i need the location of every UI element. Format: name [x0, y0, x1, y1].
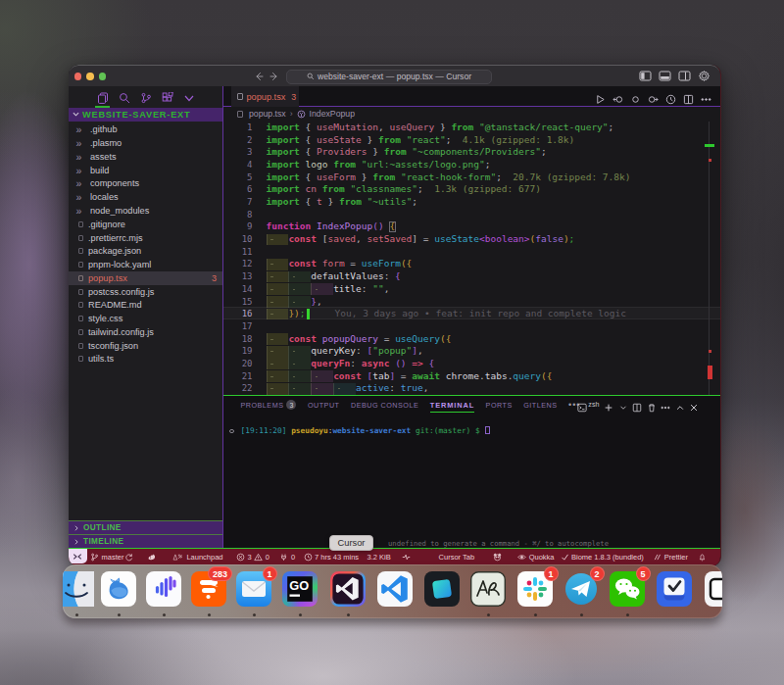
back-icon[interactable] [252, 70, 266, 83]
status-paw[interactable] [147, 549, 156, 565]
dock-whiteboard-app[interactable] [470, 571, 506, 607]
panel-tab-gitlens[interactable]: GITLENS [523, 401, 557, 410]
panel-tab-output[interactable]: OUTPUT [308, 401, 340, 410]
activity-explorer-icon[interactable] [96, 91, 109, 106]
run-icon[interactable] [595, 91, 606, 102]
launchpad-icon [172, 553, 184, 562]
status-git-branch[interactable]: master [90, 549, 123, 565]
outline-label: OUTLINE [83, 523, 122, 532]
zoom-button[interactable] [99, 73, 107, 80]
dock-fox-app[interactable] [101, 571, 136, 607]
tree-item-style-css[interactable]: style.css [69, 312, 222, 325]
tab-popup-tsx[interactable]: popup.tsx 3 [231, 86, 299, 107]
tree-item-package-json[interactable]: package.json [69, 244, 222, 258]
prev-change-icon[interactable] [612, 91, 623, 102]
tree-item-postcss-config-js[interactable]: postcss.config.js [69, 285, 222, 299]
code-editor[interactable]: 1import { useMutation, useQuery } from "… [223, 122, 720, 395]
forward-icon[interactable] [268, 70, 281, 83]
dock-cursor[interactable] [330, 571, 366, 607]
status-bell[interactable] [698, 549, 707, 565]
tree-item-popup-tsx[interactable]: popup.tsx3 [69, 271, 222, 285]
status-prettier[interactable]: Prettier [653, 549, 688, 565]
editor-column: popup.tsx 3 popup.tsx › IndexPopup 1impo… [223, 86, 720, 548]
layout-sidebar-left-icon[interactable] [639, 69, 652, 81]
problems-count-badge: 3 [286, 400, 296, 410]
layout-sidebar-right-icon[interactable] [678, 69, 691, 81]
status-3-2-kib[interactable]: 3.2 KiB [368, 549, 391, 565]
status-error[interactable]: 3 [236, 549, 252, 565]
dock-goland[interactable]: GO [282, 571, 318, 607]
dock-vscode[interactable] [377, 571, 413, 607]
history-icon[interactable] [665, 91, 676, 102]
dock-things[interactable] [657, 571, 692, 607]
timeline-section[interactable]: TIMELINE [69, 534, 222, 548]
breadcrumb[interactable]: popup.tsx › IndexPopup [223, 107, 720, 122]
more-icon[interactable] [701, 91, 711, 102]
circle-icon[interactable] [630, 91, 641, 102]
tree-item-tailwind-config-js[interactable]: tailwind.config.js [69, 325, 222, 339]
more-icon[interactable] [661, 399, 670, 409]
dock-mail[interactable]: 1 [236, 571, 271, 607]
tree-item-tsconfig-json[interactable]: tsconfig.json [69, 339, 222, 353]
status-launchpad[interactable]: Launchpad [172, 549, 223, 565]
tree-item-build[interactable]: »build [69, 164, 222, 177]
layout-panel-icon[interactable] [659, 69, 671, 81]
chevron-up-icon[interactable] [675, 399, 685, 409]
tree-item--gitignore[interactable]: .gitignore [69, 218, 222, 231]
dock-follow-app[interactable]: 283 [191, 571, 226, 607]
activity-extensions-icon[interactable] [161, 91, 173, 106]
split-editor-icon[interactable] [683, 91, 694, 102]
tree-item--github[interactable]: ».github [69, 123, 222, 137]
split-editor-icon[interactable] [632, 399, 642, 409]
titlebar-search[interactable]: website-saver-ext — popup.tsx — Cursor [286, 70, 492, 84]
panel-tab-terminal[interactable]: TERMINAL [430, 401, 474, 410]
plus-icon[interactable] [604, 399, 613, 409]
dock-telegram[interactable]: 2 [564, 571, 599, 607]
dock-slack[interactable]: 1 [517, 571, 553, 607]
status-sync[interactable] [124, 549, 133, 565]
panel-tab-debug-console[interactable]: DEBUG CONSOLE [351, 401, 418, 410]
terminal-box-icon[interactable] [577, 399, 587, 409]
status-cursor-tab[interactable]: Cursor Tab [439, 549, 475, 565]
activity-source-control-icon[interactable] [139, 91, 152, 106]
tree-item--prettierrc-mjs[interactable]: .prettierrc.mjs [69, 231, 222, 245]
tree-item-components[interactable]: »components [69, 177, 222, 191]
overview-ruler[interactable] [709, 122, 710, 395]
status-eye[interactable]: Quokka [517, 549, 554, 565]
status-plug[interactable]: 0 [279, 549, 295, 565]
tree-item--plasmo[interactable]: ».plasmo [69, 136, 222, 150]
status-check[interactable]: Biome 1.8.3 (bundled) [561, 549, 644, 565]
next-change-icon[interactable] [648, 91, 659, 102]
status-panda[interactable] [493, 549, 502, 565]
dock-wechat[interactable]: 5 [610, 571, 645, 607]
dock-teal-card-app[interactable] [424, 571, 460, 607]
tree-item-README-md[interactable]: README.md [69, 298, 222, 312]
chevron-down-small-icon[interactable] [618, 399, 628, 409]
breadcrumb-separator: › [290, 109, 293, 119]
explorer-section-header[interactable]: WEBSITE-SAVER-EXT [69, 108, 222, 122]
dock-screens-app[interactable] [705, 571, 722, 607]
activity-search-icon[interactable] [118, 91, 130, 106]
dock-audio-waves-app[interactable] [146, 571, 181, 607]
file-icon [78, 343, 83, 349]
tree-item-locales[interactable]: »locales [69, 190, 222, 204]
gear-icon[interactable] [698, 69, 710, 81]
minimize-button[interactable] [86, 73, 94, 80]
tree-item-assets[interactable]: »assets [69, 150, 222, 164]
tree-item-utils-ts[interactable]: utils.ts [69, 353, 222, 367]
close-button[interactable] [74, 73, 82, 80]
trash-icon[interactable] [647, 399, 657, 409]
activity-chevron-down-icon[interactable] [182, 91, 195, 106]
tree-item-node-modules[interactable]: »node_modules [69, 204, 222, 218]
status-pulse[interactable] [402, 549, 411, 565]
panel-tab-ports[interactable]: PORTS [486, 401, 513, 410]
outline-section[interactable]: OUTLINE [69, 520, 222, 534]
tree-item-pnpm-lock-yaml[interactable]: pnpm-lock.yaml [69, 258, 222, 271]
status-clock[interactable]: 7 hrs 43 mins [304, 549, 360, 565]
status-remote[interactable] [69, 549, 87, 563]
close-icon[interactable] [689, 399, 699, 409]
panel-tab-problems[interactable]: PROBLEMS3 [241, 400, 297, 410]
dock-finder[interactable] [63, 571, 94, 607]
terminal[interactable]: [19:11:20] pseudoyu:website-saver-ext gi… [223, 417, 720, 549]
status-warning[interactable]: 0 [254, 549, 270, 565]
